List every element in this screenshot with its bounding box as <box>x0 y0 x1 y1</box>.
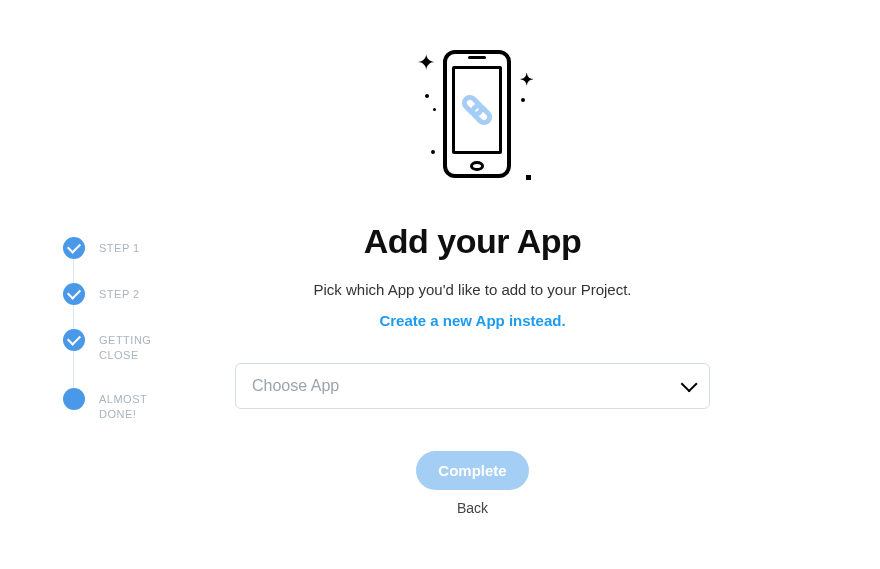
step-2: STEP 2 <box>63 283 183 329</box>
back-button[interactable]: Back <box>457 500 488 516</box>
check-icon <box>63 329 85 351</box>
phone-link-illustration: ✦ ✦ <box>393 40 553 200</box>
page-heading: Add your App <box>364 222 582 261</box>
step-label: ALMOST DONE! <box>99 388 183 423</box>
chevron-down-icon <box>681 375 698 392</box>
choose-app-dropdown[interactable]: Choose App <box>235 363 710 409</box>
progress-stepper: STEP 1 STEP 2 GETTING CLOSE ALMOST DONE! <box>63 237 183 423</box>
current-step-icon <box>63 388 85 410</box>
sparkle-icon: ✦ <box>417 50 435 76</box>
link-icon <box>455 89 497 131</box>
check-icon <box>63 237 85 259</box>
phone-icon <box>443 50 511 178</box>
step-label: GETTING CLOSE <box>99 329 183 364</box>
create-new-app-link[interactable]: Create a new App instead. <box>379 312 565 329</box>
check-icon <box>63 283 85 305</box>
step-label: STEP 2 <box>99 283 140 302</box>
step-label: STEP 1 <box>99 237 140 256</box>
plus-icon: ✦ <box>520 70 533 89</box>
complete-button[interactable]: Complete <box>416 451 528 490</box>
step-3: GETTING CLOSE <box>63 329 183 388</box>
dropdown-placeholder: Choose App <box>252 377 339 395</box>
main-content: ✦ ✦ Add your App Pick which App you'd li… <box>235 40 710 516</box>
step-4: ALMOST DONE! <box>63 388 183 423</box>
page-subtext: Pick which App you'd like to add to your… <box>313 281 631 298</box>
step-1: STEP 1 <box>63 237 183 283</box>
